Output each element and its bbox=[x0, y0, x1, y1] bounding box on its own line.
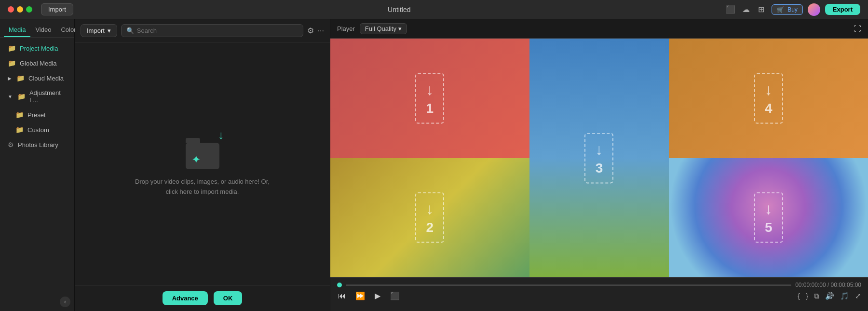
ok-button[interactable]: OK bbox=[214, 291, 243, 305]
drop-zone-3: ↓ 3 bbox=[584, 133, 613, 183]
folder-tab bbox=[186, 138, 200, 143]
drop-arrow-icon: ↓ bbox=[426, 200, 434, 218]
drop-zone-4: ↓ 4 bbox=[754, 73, 783, 123]
player-controls: 00:00:00:00 / 00:00:05:00 ⏮ ⏩ ▶ ⬛ { } ⧉ … bbox=[330, 277, 868, 311]
video-panel-5: ↓ 5 bbox=[669, 158, 868, 278]
titlebar-title: Untitled bbox=[388, 6, 410, 14]
time-display: 00:00:00:00 / 00:00:05:00 bbox=[795, 282, 861, 288]
drop-zone-1: ↓ 1 bbox=[415, 73, 444, 123]
download-arrow-icon: ↓ bbox=[218, 128, 224, 142]
advance-button[interactable]: Advance bbox=[163, 291, 208, 305]
progress-bar-area: 00:00:00:00 / 00:00:05:00 bbox=[330, 278, 868, 290]
folder-icon: 📁 bbox=[16, 74, 25, 82]
controls-right: { } ⧉ 🔊 🎵 ⤢ bbox=[798, 292, 861, 300]
sidebar-item-custom[interactable]: 📁 Custom bbox=[2, 122, 72, 137]
maximize-button[interactable] bbox=[26, 6, 32, 13]
folder-icon: 📁 bbox=[8, 44, 16, 52]
sidebar-item-project-media[interactable]: 📁 Project Media bbox=[2, 41, 72, 55]
player-toolbar-right: ⛶ bbox=[854, 25, 861, 33]
close-button[interactable] bbox=[8, 6, 14, 13]
traffic-lights bbox=[8, 6, 32, 13]
collapse-button[interactable]: ‹ bbox=[60, 297, 70, 307]
media-toolbar: Import ▾ 🔍 ⚙ ··· bbox=[75, 19, 330, 42]
sidebar-items-list: 📁 Project Media 📁 Global Media ▶ 📁 Cloud… bbox=[0, 38, 74, 293]
logo-icon: ✦ bbox=[192, 154, 200, 165]
go-to-start-button[interactable]: ⏮ bbox=[337, 291, 347, 301]
drop-icon-wrapper: ↓ ✦ bbox=[183, 131, 222, 169]
play-button[interactable]: ▶ bbox=[374, 290, 381, 301]
chevron-down-icon: ▾ bbox=[108, 27, 111, 34]
quality-select[interactable]: Full Quality ▾ bbox=[360, 23, 407, 34]
mark-in-icon[interactable]: { bbox=[798, 292, 800, 300]
filter-icon[interactable]: ⚙ bbox=[307, 26, 314, 35]
drop-arrow-icon: ↓ bbox=[765, 81, 773, 98]
more-options-icon[interactable]: ··· bbox=[318, 27, 324, 35]
video-panel-3: ↓ 2 bbox=[330, 158, 529, 278]
mark-out-icon[interactable]: } bbox=[806, 292, 808, 300]
drop-arrow-icon: ↓ bbox=[765, 200, 773, 218]
video-panel-4: ↓ 4 bbox=[669, 39, 868, 158]
drop-zone-5: ↓ 5 bbox=[754, 192, 783, 243]
sidebar-item-preset[interactable]: 📁 Preset bbox=[2, 108, 72, 122]
cart-icon: 🛒 bbox=[777, 6, 784, 13]
import-dropdown[interactable]: Import ▾ bbox=[81, 24, 117, 37]
audio-icon[interactable]: 🎵 bbox=[840, 292, 849, 300]
media-bottom-bar: Advance OK bbox=[75, 285, 330, 311]
tab-video[interactable]: Video bbox=[30, 23, 56, 37]
buy-button[interactable]: 🛒 Buy bbox=[772, 4, 803, 15]
tab-media[interactable]: Media bbox=[4, 23, 30, 37]
chevron-down-icon: ▾ bbox=[398, 25, 402, 32]
sidebar-item-cloud-media[interactable]: ▶ 📁 Cloud Media bbox=[2, 71, 72, 85]
drop-arrow-icon: ↓ bbox=[426, 81, 434, 98]
folder-icon: 📁 bbox=[15, 126, 24, 134]
grid-icon[interactable]: ⊞ bbox=[756, 4, 767, 15]
folder-icon: 📁 bbox=[8, 59, 16, 67]
media-drop-area[interactable]: ↓ ✦ Drop your video clips, images, or au… bbox=[75, 42, 330, 285]
titlebar-left: Import bbox=[8, 3, 73, 15]
folder-icon: 📁 bbox=[15, 111, 24, 119]
progress-track[interactable] bbox=[346, 284, 791, 286]
volume-icon[interactable]: 🔊 bbox=[825, 292, 834, 300]
search-icon: 🔍 bbox=[126, 27, 134, 34]
avatar[interactable] bbox=[808, 3, 820, 16]
video-panel-2: ↓ 3 bbox=[529, 39, 669, 277]
chevron-down-icon: ▼ bbox=[8, 94, 13, 99]
gear-icon: ⚙ bbox=[8, 141, 14, 149]
video-panel-1: ↓ 1 bbox=[330, 39, 529, 158]
titlebar-import-button[interactable]: Import bbox=[41, 3, 73, 15]
fullscreen-icon[interactable]: ⛶ bbox=[854, 25, 861, 33]
search-box[interactable]: 🔍 bbox=[121, 24, 303, 37]
player-toolbar: Player Full Quality ▾ ⛶ bbox=[330, 19, 868, 39]
main-content: Media Video Color 📁 Project Media 📁 Glob… bbox=[0, 19, 868, 311]
controls-row: ⏮ ⏩ ▶ ⬛ { } ⧉ 🔊 🎵 ⤢ bbox=[330, 290, 868, 305]
sidebar: Media Video Color 📁 Project Media 📁 Glob… bbox=[0, 19, 75, 311]
expand-icon[interactable]: ⤢ bbox=[855, 292, 861, 300]
sidebar-tabs: Media Video Color bbox=[0, 19, 74, 38]
chevron-right-icon: ▶ bbox=[8, 76, 12, 81]
share-icon[interactable]: ☁ bbox=[741, 4, 751, 15]
minimize-button[interactable] bbox=[17, 6, 23, 13]
player-label: Player bbox=[337, 25, 355, 32]
playhead[interactable] bbox=[337, 283, 342, 287]
folder-background bbox=[186, 143, 219, 169]
sidebar-item-global-media[interactable]: 📁 Global Media bbox=[2, 56, 72, 70]
media-panel: Import ▾ 🔍 ⚙ ··· ↓ ✦ Drop your video cli… bbox=[75, 19, 330, 311]
player-panel: Player Full Quality ▾ ⛶ ↓ 1 bbox=[330, 19, 868, 311]
pip-icon[interactable]: ⧉ bbox=[814, 292, 819, 300]
sidebar-item-adjustment-layer[interactable]: ▼ 📁 Adjustment L... bbox=[2, 86, 72, 107]
search-input[interactable] bbox=[137, 27, 298, 34]
step-back-button[interactable]: ⏩ bbox=[354, 290, 366, 301]
titlebar-right: ⬛ ☁ ⊞ 🛒 Buy Export bbox=[725, 3, 860, 16]
sidebar-footer: ‹ bbox=[0, 293, 74, 311]
export-button[interactable]: Export bbox=[825, 4, 860, 15]
controls-left: ⏮ ⏩ ▶ ⬛ bbox=[337, 290, 401, 301]
sidebar-item-photos-library[interactable]: ⚙ Photos Library bbox=[2, 137, 72, 152]
drop-arrow-icon: ↓ bbox=[595, 140, 603, 158]
drop-text: Drop your video clips, images, or audio … bbox=[135, 177, 270, 197]
titlebar: Import Untitled ⬛ ☁ ⊞ 🛒 Buy Export bbox=[0, 0, 868, 19]
stop-button[interactable]: ⬛ bbox=[389, 290, 401, 301]
video-display: ↓ 1 ↓ 3 ↓ 2 bbox=[330, 39, 868, 277]
folder-icon: 📁 bbox=[17, 93, 26, 100]
drop-zone-2: ↓ 2 bbox=[415, 192, 444, 243]
display-icon[interactable]: ⬛ bbox=[725, 4, 736, 15]
